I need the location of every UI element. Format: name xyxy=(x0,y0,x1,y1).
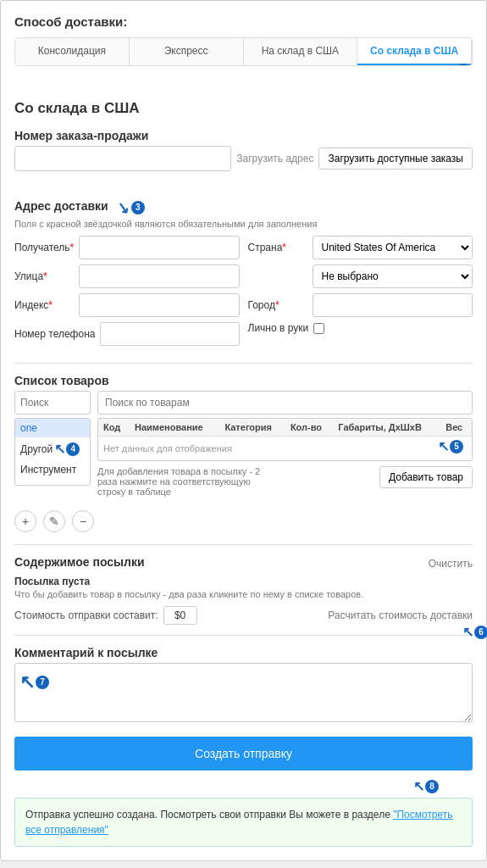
order-number-label: Номер заказа-продажи xyxy=(14,129,473,142)
remove-category-button[interactable]: − xyxy=(72,510,94,532)
table-row-no-data: Нет данных для отображения ↖5 xyxy=(98,437,472,461)
comment-textarea[interactable] xyxy=(14,663,473,722)
add-goods-button[interactable]: Добавить товар xyxy=(379,466,473,488)
goods-category-search[interactable] xyxy=(14,391,91,415)
goods-category-item-other[interactable]: Другой ↖4 xyxy=(15,437,90,460)
personal-label: Лично в руки xyxy=(248,322,309,334)
package-empty-label: Посылка пуста xyxy=(14,576,473,587)
phone-label: Номер телефона xyxy=(14,328,95,340)
col-dimensions: Габариты, ДхШхВ xyxy=(333,419,440,437)
index-input[interactable] xyxy=(79,293,240,317)
delivery-method-title: Способ доставки: xyxy=(14,14,473,29)
street-label: Улица* xyxy=(14,270,74,282)
annotation-7: 7 xyxy=(36,676,49,689)
country-label: Страна* xyxy=(248,242,307,253)
tab-to-usa-warehouse[interactable]: На склад в США xyxy=(244,38,358,65)
col-code: Код xyxy=(98,419,130,437)
page-subtitle: Со склада в США xyxy=(14,100,473,117)
load-orders-button[interactable]: Загрузить доступные заказы xyxy=(318,147,473,170)
col-category: Категория xyxy=(219,419,285,437)
address-form-hint: Поля с красной звёздочкой являются обяза… xyxy=(14,219,473,229)
city-label: Город* xyxy=(248,299,307,311)
edit-category-button[interactable]: ✎ xyxy=(43,510,65,532)
phone-input[interactable] xyxy=(100,322,239,346)
calc-shipping-button[interactable]: Расчитать стоимость доставки ↖6 xyxy=(328,609,473,621)
street-input[interactable] xyxy=(79,264,240,288)
country-select[interactable]: United States Of America xyxy=(313,236,473,259)
tab-express[interactable]: Экспресс xyxy=(130,38,244,65)
goods-category-item-instrument[interactable]: Инструмент xyxy=(15,460,90,479)
address-section-title: Адрес доставки xyxy=(14,199,108,213)
load-address-button[interactable]: Загрузить адрес xyxy=(236,153,313,164)
annotation-4: 4 xyxy=(66,442,80,456)
delivery-tabs: Консолидация Экспресс На склад в США Со … xyxy=(14,37,473,66)
annotation-3: 3 xyxy=(131,201,145,214)
package-hint: Что бы добавить товар в посылку - два ра… xyxy=(14,589,473,599)
city-input[interactable] xyxy=(313,293,473,317)
success-message: Отправка успешно создана. Посмотреть сво… xyxy=(14,798,473,847)
shipping-cost-value: $0 xyxy=(163,606,197,625)
col-weight: Вес xyxy=(440,419,472,437)
goods-category-list: one Другой ↖4 Инструмент xyxy=(14,418,91,486)
comment-section-title: Комментарий к посылке xyxy=(14,646,473,659)
index-label: Индекс* xyxy=(14,299,74,311)
tab-consolidation[interactable]: Консолидация xyxy=(15,38,130,65)
state-select[interactable]: Не выбрано xyxy=(313,264,473,288)
clear-package-button[interactable]: Очистить xyxy=(429,558,473,570)
goods-category-item-one[interactable]: one xyxy=(15,419,90,437)
order-number-input[interactable] xyxy=(14,146,231,171)
goods-table: Код Наименование Категория Кол-во Габари… xyxy=(98,419,472,460)
create-shipment-button[interactable]: Создать отправку xyxy=(14,737,473,771)
goods-section-title: Список товаров xyxy=(14,374,473,387)
annotation-6: 6 xyxy=(474,626,487,639)
add-category-button[interactable]: + xyxy=(14,510,36,532)
no-data-text: Нет данных для отображения xyxy=(103,443,232,453)
col-name: Наименование xyxy=(130,419,219,437)
goods-hint: Для добавления товара в посылку - 2 раза… xyxy=(97,466,267,497)
tab-from-usa-warehouse[interactable]: Со склада в США xyxy=(357,38,472,65)
recipient-label: Получатель* xyxy=(14,242,74,253)
shipping-cost-label: Стоимость отправки составит: xyxy=(14,609,158,621)
annotation-5: 5 xyxy=(450,440,463,453)
package-section-title: Содержимое посылки xyxy=(14,555,145,569)
recipient-input[interactable] xyxy=(79,236,239,259)
annotation-8: 8 xyxy=(425,780,439,793)
col-qty: Кол-во xyxy=(285,419,333,437)
personal-checkbox[interactable] xyxy=(313,323,324,334)
goods-table-search[interactable] xyxy=(97,391,473,415)
